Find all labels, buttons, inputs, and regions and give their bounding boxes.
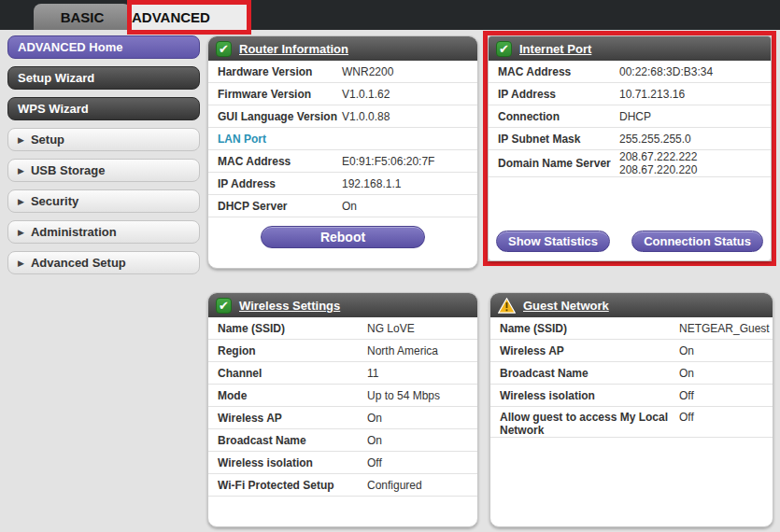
row-label: Wireless AP: [218, 412, 367, 425]
green-check-icon: ✔: [216, 41, 232, 57]
sidebar-item-wps-wizard[interactable]: WPS Wizard: [7, 97, 200, 120]
row-value: 11: [367, 367, 468, 380]
row-label: Channel: [218, 367, 367, 380]
row-value: Off: [679, 389, 763, 402]
row-label: Hardware Version: [218, 65, 342, 78]
sidebar-item-setup[interactable]: ▶Setup: [7, 128, 200, 151]
row-value: 192.168.1.1: [342, 177, 468, 190]
row-label: Region: [218, 344, 367, 357]
chevron-right-icon: ▶: [18, 166, 24, 175]
green-check-icon: ✔: [216, 298, 232, 314]
tab-basic[interactable]: BASIC: [34, 4, 131, 30]
row-label: Wireless AP: [500, 344, 679, 357]
sidebar-item-security[interactable]: ▶Security: [7, 189, 200, 213]
sidebar-item-usb-storage[interactable]: ▶USB Storage: [7, 159, 200, 182]
sidebar-item-label: Setup Wizard: [18, 71, 94, 85]
info-row: Name (SSID)NETGEAR_Guest: [490, 317, 773, 340]
sidebar-item-label: Security: [31, 194, 78, 208]
row-value: Configured: [367, 479, 468, 492]
info-row: Firmware VersionV1.0.1.62: [208, 83, 477, 105]
row-value: On: [342, 200, 468, 213]
row-label: Wi-Fi Protected Setup: [218, 479, 367, 492]
info-row: MAC AddressE0:91:F5:06:20:7F: [208, 150, 477, 173]
sidebar-item-label: ADVANCED Home: [18, 40, 122, 54]
info-row: MAC Address00:22:68:3D:B3:34: [489, 61, 771, 83]
info-row: ConnectionDHCP: [489, 105, 771, 128]
top-bar: BASIC ADVANCED: [0, 0, 780, 30]
guest-network-panel: Guest Network Name (SSID)NETGEAR_GuestWi…: [489, 292, 773, 527]
row-label: Broadcast Name: [218, 434, 367, 447]
sidebar: ADVANCED HomeSetup WizardWPS Wizard▶Setu…: [7, 35, 200, 282]
sidebar-item-advanced-home[interactable]: ADVANCED Home: [7, 35, 200, 59]
info-row: GUI Language VersionV1.0.0.88: [208, 105, 477, 128]
router-information-rows: Hardware VersionWNR2200Firmware VersionV…: [208, 61, 477, 217]
row-label: Wireless isolation: [218, 456, 367, 469]
info-row: IP Address192.168.1.1: [208, 173, 477, 195]
row-label: DHCP Server: [218, 200, 342, 213]
row-value: V1.0.0.88: [342, 110, 468, 123]
row-value: Up to 54 Mbps: [367, 389, 468, 402]
row-value: On: [367, 412, 468, 425]
router-information-panel: ✔ Router Information Hardware VersionWNR…: [207, 35, 478, 269]
sidebar-item-setup-wizard[interactable]: Setup Wizard: [7, 66, 200, 90]
row-value: 10.71.213.16: [619, 88, 761, 101]
row-value: On: [679, 344, 763, 357]
chevron-right-icon: ▶: [18, 228, 24, 237]
row-value: On: [679, 367, 763, 380]
info-row: Wireless APOn: [490, 340, 773, 362]
row-value: 255.255.255.0: [619, 133, 761, 146]
row-value: V1.0.1.62: [342, 88, 468, 101]
row-label: Broadcast Name: [500, 367, 679, 380]
sidebar-item-label: Advanced Setup: [31, 256, 126, 270]
row-value: NETGEAR_Guest: [679, 322, 770, 335]
row-label: Connection: [498, 110, 619, 123]
warning-icon: [498, 298, 516, 314]
router-information-header: ✔ Router Information: [208, 36, 477, 61]
show-statistics-button[interactable]: Show Statistics: [496, 231, 610, 252]
tab-advanced[interactable]: ADVANCED: [132, 9, 247, 25]
info-row: Broadcast NameOn: [490, 362, 773, 385]
guest-network-header: Guest Network: [490, 293, 773, 317]
router-information-title[interactable]: Router Information: [239, 42, 348, 56]
connection-status-button[interactable]: Connection Status: [631, 231, 763, 252]
advanced-tab-highlight-box: ADVANCED: [127, 0, 251, 35]
row-label: Allow guest to access My Local Network: [500, 411, 679, 437]
internet-port-panel: ✔ Internet Port MAC Address00:22:68:3D:B…: [488, 35, 772, 261]
guest-network-title[interactable]: Guest Network: [523, 299, 609, 313]
row-value: E0:91:F5:06:20:7F: [342, 155, 468, 168]
guest-network-rows: Name (SSID)NETGEAR_GuestWireless APOnBro…: [490, 317, 773, 438]
chevron-right-icon: ▶: [18, 259, 24, 268]
row-value: Off: [367, 456, 468, 469]
row-label: IP Subnet Mask: [498, 133, 619, 146]
info-row: Channel11: [208, 362, 477, 385]
internet-port-header: ✔ Internet Port: [489, 36, 771, 61]
row-label: MAC Address: [218, 155, 342, 168]
internet-port-rows: MAC Address00:22:68:3D:B3:34IP Address10…: [489, 61, 771, 177]
chevron-right-icon: ▶: [18, 197, 24, 206]
info-row: Domain Name Server208.67.222.222 208.67.…: [489, 150, 771, 177]
section-label: LAN Port: [208, 128, 477, 150]
sidebar-item-label: Administration: [31, 225, 117, 239]
info-row: Broadcast NameOn: [208, 429, 477, 452]
row-label: IP Address: [218, 177, 342, 190]
sidebar-item-advanced-setup[interactable]: ▶Advanced Setup: [7, 251, 200, 274]
row-label: Mode: [218, 389, 367, 402]
row-label: IP Address: [498, 88, 619, 101]
info-row: Wi-Fi Protected SetupConfigured: [208, 474, 477, 497]
info-row: Wireless APOn: [208, 407, 477, 429]
info-row: Wireless isolationOff: [490, 385, 773, 407]
info-row: IP Subnet Mask255.255.255.0: [489, 128, 771, 150]
sidebar-item-administration[interactable]: ▶Administration: [7, 220, 200, 244]
row-value: North America: [367, 344, 468, 357]
info-row: DHCP ServerOn: [208, 195, 477, 217]
info-row: IP Address10.71.213.16: [489, 83, 771, 105]
internet-port-title[interactable]: Internet Port: [519, 42, 591, 56]
row-label: Domain Name Server: [498, 157, 619, 170]
row-value: 00:22:68:3D:B3:34: [619, 65, 761, 78]
row-value: On: [367, 434, 468, 447]
wireless-settings-title[interactable]: Wireless Settings: [239, 299, 340, 313]
sidebar-item-label: USB Storage: [31, 163, 105, 177]
wireless-settings-panel: ✔ Wireless Settings Name (SSID)NG LoVERe…: [207, 292, 478, 527]
reboot-button[interactable]: Reboot: [261, 226, 425, 248]
info-row: ModeUp to 54 Mbps: [208, 385, 477, 407]
